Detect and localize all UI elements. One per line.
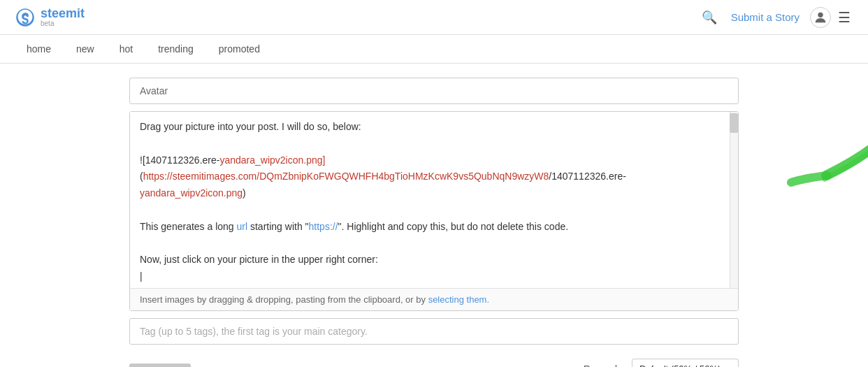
nav-home[interactable]: home xyxy=(14,35,64,63)
image-filename-link[interactable]: yandara_wipv2icon.png] xyxy=(219,154,325,166)
logo-area: steemit beta xyxy=(14,6,85,29)
editor-line-url-desc: This generates a long url starting with … xyxy=(140,219,720,236)
tag-placeholder: Tag (up to 5 tags), the first tag is you… xyxy=(140,326,368,337)
main-nav: home new hot trending promoted xyxy=(0,35,868,64)
editor-scrollbar[interactable] xyxy=(730,112,738,288)
editor-text-content: Drag your picture into your post. I will… xyxy=(140,119,720,281)
editor-line-blank-3 xyxy=(140,236,720,252)
svg-point-0 xyxy=(818,12,823,17)
rewards-select[interactable]: Default (50% / 50%) Power Up 100% Declin… xyxy=(632,359,739,367)
main-content: Avatar Drag your picture into your post.… xyxy=(0,64,868,367)
search-icon[interactable]: 🔍 xyxy=(698,6,721,29)
submit-story-link[interactable]: Submit a Story xyxy=(721,11,810,23)
editor-cursor-line: | xyxy=(140,268,720,281)
post-button[interactable]: POST xyxy=(129,364,191,367)
nav-hot[interactable]: hot xyxy=(107,35,145,63)
avatar-field[interactable]: Avatar xyxy=(129,78,739,104)
url-word-link[interactable]: url xyxy=(237,221,248,232)
nav-promoted[interactable]: promoted xyxy=(206,35,273,63)
editor-line-click-instruction: Now, just click on your picture in the u… xyxy=(140,252,720,268)
steemit-logo-icon xyxy=(14,6,36,29)
hamburger-menu-icon[interactable]: ☰ xyxy=(831,6,854,29)
editor-line-blank-1 xyxy=(140,136,720,152)
logo-text: steemit beta xyxy=(41,7,85,27)
footer-actions: POST CLEAR Rewards: Default (50% / 50%) … xyxy=(129,359,739,367)
scrollbar-thumb[interactable] xyxy=(730,113,738,133)
editor-textarea[interactable]: Drag your picture into your post. I will… xyxy=(130,112,730,288)
rewards-section: Rewards: Default (50% / 50%) Power Up 10… xyxy=(584,359,739,367)
logo-beta: beta xyxy=(41,20,85,27)
logo-name: steemit xyxy=(41,7,85,20)
rewards-row: Rewards: Default (50% / 50%) Power Up 10… xyxy=(584,359,739,367)
https-link[interactable]: https:// xyxy=(309,221,338,232)
rewards-label: Rewards: xyxy=(584,364,625,367)
avatar-icon[interactable] xyxy=(810,7,831,28)
cursor-indicator: | xyxy=(140,268,720,281)
editor-line-blank-2 xyxy=(140,202,720,219)
editor-line-1: Drag your picture into your post. I will… xyxy=(140,119,720,136)
avatar-label: Avatar xyxy=(140,85,168,96)
image-url-link[interactable]: https://steemitimages.com/DQmZbnipKoFWGQ… xyxy=(143,171,549,182)
image-drop-text: Insert images by dragging & dropping, pa… xyxy=(140,294,428,305)
editor-line-image-code: ![1407112326.ere-yandara_wipv2icon.png] … xyxy=(140,152,720,202)
image-drop-zone[interactable]: Insert images by dragging & dropping, pa… xyxy=(130,288,738,310)
tag-input-field[interactable]: Tag (up to 5 tags), the first tag is you… xyxy=(129,318,739,345)
image-filename-link2[interactable]: yandara_wipv2icon.png xyxy=(140,187,243,199)
header: steemit beta 🔍 Submit a Story ☰ xyxy=(0,0,868,35)
select-images-link[interactable]: selecting them. xyxy=(428,294,489,305)
nav-trending[interactable]: trending xyxy=(145,35,206,63)
editor-container: Drag your picture into your post. I will… xyxy=(129,111,739,311)
nav-new[interactable]: new xyxy=(64,35,107,63)
